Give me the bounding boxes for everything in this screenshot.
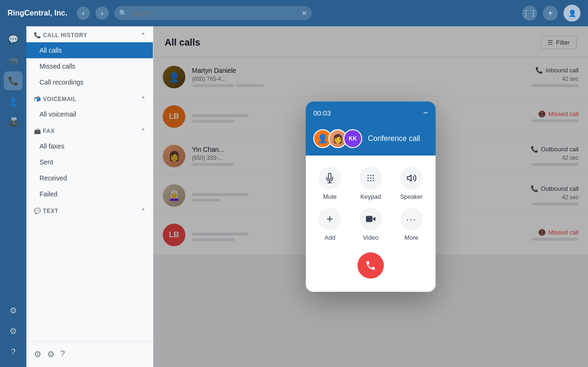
conference-avatars: 👤 👩 KK	[313, 129, 362, 148]
speaker-label: Speaker	[400, 193, 422, 200]
call-history-chevron: ⌃	[141, 32, 146, 39]
text-chevron: ⌃	[141, 208, 146, 214]
text-section: 💬 TEXT ⌃	[26, 202, 153, 218]
more-icon: ···	[400, 208, 423, 230]
call-overlay: 00:03 − 👤 👩 KK Conference call	[153, 26, 588, 367]
fax-section: 📠 FAX ⌃ All faxes Sent Received Failed	[26, 122, 153, 202]
icon-rail: 💬 📹 📞 👤 📠 ⚙ ⚙ ?	[0, 26, 26, 367]
call-actions: Mute Keypad	[306, 156, 436, 249]
help-icon[interactable]: ?	[4, 343, 23, 361]
mute-icon	[318, 167, 341, 189]
svg-point-7	[373, 178, 374, 179]
video-icon[interactable]: 📹	[4, 51, 23, 70]
svg-point-6	[370, 178, 372, 179]
keypad-label: Keypad	[360, 193, 381, 200]
contacts-icon[interactable]: 👤	[4, 92, 23, 111]
fax-icon: 📠 FAX	[34, 128, 55, 134]
video-icon	[359, 208, 382, 230]
rail-bottom: ⚙ ⚙ ?	[4, 301, 23, 367]
help-icon-sidebar[interactable]: ?	[60, 349, 65, 359]
fax-header[interactable]: 📠 FAX ⌃	[26, 122, 153, 138]
svg-point-9	[370, 180, 372, 181]
keypad-button[interactable]: Keypad	[354, 167, 388, 200]
conf-avatar-kk: KK	[343, 129, 362, 148]
sidebar-item-missed-calls[interactable]: Missed calls	[26, 58, 153, 74]
nav-forward-button[interactable]: ›	[95, 7, 109, 20]
keypad-icon	[359, 167, 382, 189]
more-label: More	[405, 234, 419, 241]
sidebar-item-failed[interactable]: Failed	[26, 186, 153, 202]
svg-point-2	[367, 175, 369, 176]
add-label: Add	[325, 234, 335, 241]
sidebar-footer: ⚙ ⚙ ?	[26, 341, 153, 367]
sidebar-item-all-calls[interactable]: All calls	[26, 42, 153, 58]
minimize-button[interactable]: −	[423, 108, 428, 118]
sidebar-item-received[interactable]: Received	[26, 170, 153, 186]
fax-chevron: ⌃	[141, 128, 146, 134]
user-avatar[interactable]: 👤	[564, 5, 580, 22]
add-button[interactable]: + Add	[313, 208, 347, 241]
topbar: RingCentral, Inc. ‹ › 🔍 ✕ ⋮⋮ + 👤	[0, 0, 588, 26]
sidebar-item-all-voicemail[interactable]: All voicemail	[26, 106, 153, 122]
call-modal-header: 00:03 −	[306, 102, 436, 125]
add-icon: +	[318, 208, 341, 230]
settings-icon-sidebar[interactable]: ⚙	[47, 349, 55, 359]
content-area: All calls ☴ Filter 👤 Martyn Daniele (650…	[153, 26, 588, 367]
sidebar: 📞 CALL HISTORY ⌃ All calls Missed calls …	[26, 26, 153, 367]
sidebar-item-call-recordings[interactable]: Call recordings	[26, 74, 153, 90]
puzzle-icon[interactable]: ⚙	[4, 301, 23, 320]
video-label: Video	[363, 234, 378, 241]
voicemail-chevron: ⌃	[141, 96, 146, 102]
svg-point-3	[370, 175, 372, 176]
search-clear-icon[interactable]: ✕	[302, 9, 307, 17]
search-input[interactable]	[114, 6, 312, 20]
hangup-button[interactable]	[358, 252, 384, 279]
call-modal-footer	[306, 249, 436, 292]
messages-icon[interactable]: 💬	[4, 30, 23, 49]
text-icon: 💬 TEXT	[34, 208, 58, 214]
call-history-header[interactable]: 📞 CALL HISTORY ⌃	[26, 26, 153, 42]
svg-rect-12	[366, 216, 373, 222]
search-wrap: 🔍 ✕	[114, 6, 312, 20]
topbar-right: ⋮⋮ + 👤	[522, 5, 580, 22]
call-timer: 00:03	[313, 109, 331, 117]
speaker-button[interactable]: Speaker	[395, 167, 428, 200]
call-history-icon: 📞 CALL HISTORY	[34, 32, 87, 39]
app-title: RingCentral, Inc.	[8, 9, 67, 17]
text-header[interactable]: 💬 TEXT ⌃	[26, 202, 153, 218]
call-modal: 00:03 − 👤 👩 KK Conference call	[306, 102, 436, 292]
fax-icon[interactable]: 📠	[4, 113, 23, 132]
sidebar-item-all-faxes[interactable]: All faxes	[26, 138, 153, 154]
voicemail-icon: 📬 VOICEMAIL	[34, 96, 77, 102]
video-button[interactable]: Video	[354, 208, 388, 241]
svg-point-8	[367, 180, 369, 181]
calls-icon[interactable]: 📞	[4, 71, 23, 90]
sidebar-item-sent[interactable]: Sent	[26, 154, 153, 170]
voicemail-header[interactable]: 📬 VOICEMAIL ⌃	[26, 90, 153, 106]
conference-section: 👤 👩 KK Conference call	[306, 125, 436, 156]
add-button[interactable]: +	[543, 6, 558, 21]
more-button[interactable]: ··· More	[395, 208, 428, 241]
speaker-icon	[400, 167, 423, 189]
settings-icon[interactable]: ⚙	[4, 322, 23, 341]
voicemail-section: 📬 VOICEMAIL ⌃ All voicemail	[26, 90, 153, 122]
mute-label: Mute	[323, 193, 337, 200]
mute-button[interactable]: Mute	[313, 167, 347, 200]
conference-label: Conference call	[368, 134, 420, 143]
call-history-section: 📞 CALL HISTORY ⌃ All calls Missed calls …	[26, 26, 153, 90]
apps-button[interactable]: ⋮⋮	[522, 6, 537, 21]
main-layout: 💬 📹 📞 👤 📠 ⚙ ⚙ ? 📞 CALL HISTORY ⌃ All cal…	[0, 26, 588, 367]
svg-point-4	[373, 175, 374, 176]
nav-back-button[interactable]: ‹	[77, 7, 90, 20]
svg-point-5	[367, 178, 369, 179]
svg-marker-11	[407, 175, 411, 181]
svg-point-10	[373, 180, 374, 181]
puzzle-icon-sidebar[interactable]: ⚙	[34, 349, 41, 359]
